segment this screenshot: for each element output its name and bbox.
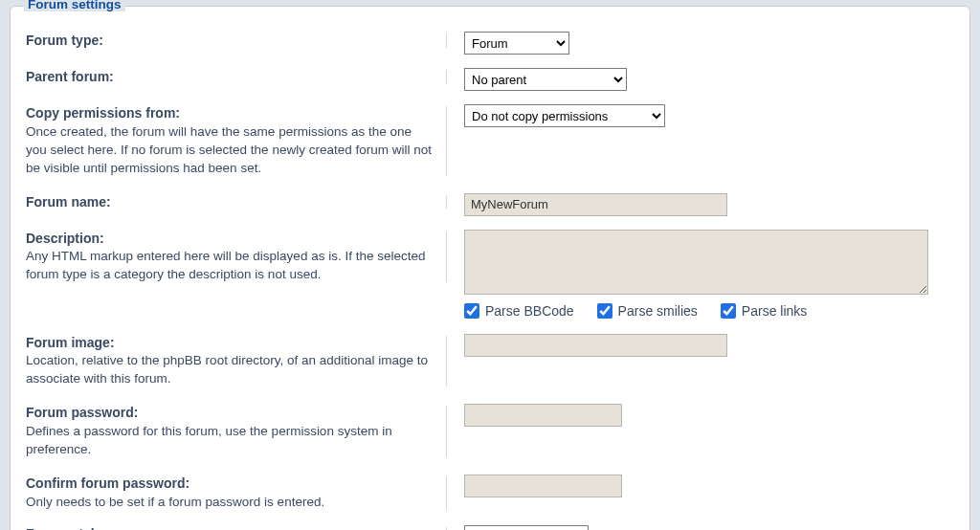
parse-links-option[interactable]: Parse links — [721, 303, 807, 319]
label-parent-forum: Parent forum: — [26, 68, 434, 86]
parent-forum-select[interactable]: No parent — [464, 68, 627, 91]
parse-smilies-checkbox[interactable] — [597, 303, 612, 319]
label-confirm-password: Confirm forum password: — [26, 475, 434, 493]
row-forum-type: Forum type: Forum — [26, 32, 954, 55]
confirm-password-input[interactable] — [464, 475, 622, 497]
forum-type-select[interactable]: Forum — [464, 32, 569, 55]
label-description: Description: — [26, 230, 434, 248]
label-forum-image: Forum image: — [26, 334, 434, 352]
help-confirm-password: Only needs to be set if a forum password… — [26, 494, 434, 512]
help-forum-image: Location, relative to the phpBB root dir… — [26, 352, 434, 388]
row-forum-name: Forum name: — [26, 193, 954, 216]
row-parent-forum: Parent forum: No parent — [26, 68, 954, 91]
parse-options: Parse BBCode Parse smilies Parse links — [464, 303, 954, 319]
row-description: Description: Any HTML markup entered her… — [26, 230, 954, 319]
forum-password-input[interactable] — [464, 404, 622, 427]
parse-bbcode-option[interactable]: Parse BBCode — [464, 303, 574, 319]
copy-permissions-select[interactable]: Do not copy permissions — [464, 104, 665, 127]
label-copy-permissions: Copy permissions from: — [26, 104, 434, 122]
parse-bbcode-label: Parse BBCode — [485, 303, 574, 319]
row-forum-style: Forum style: Default style — [26, 525, 954, 530]
row-confirm-password: Confirm forum password: Only needs to be… — [26, 475, 954, 512]
label-forum-name: Forum name: — [26, 193, 434, 211]
label-forum-password: Forum password: — [26, 404, 434, 422]
parse-links-checkbox[interactable] — [721, 303, 736, 319]
help-copy-permissions: Once created, the forum will have the sa… — [26, 123, 434, 178]
row-forum-password: Forum password: Defines a password for t… — [26, 404, 954, 459]
help-description: Any HTML markup entered here will be dis… — [26, 248, 434, 284]
label-forum-style: Forum style: — [26, 525, 434, 530]
forum-settings-panel: Forum settings Forum type: Forum Parent … — [10, 6, 970, 530]
forum-name-input[interactable] — [464, 193, 727, 216]
row-copy-permissions: Copy permissions from: Once created, the… — [26, 104, 954, 178]
parse-bbcode-checkbox[interactable] — [464, 303, 479, 319]
panel-legend: Forum settings — [24, 0, 125, 11]
parse-links-label: Parse links — [742, 303, 807, 319]
forum-style-select[interactable]: Default style — [464, 525, 589, 530]
label-forum-type: Forum type: — [26, 32, 434, 50]
parse-smilies-option[interactable]: Parse smilies — [597, 303, 698, 319]
description-textarea[interactable] — [464, 230, 928, 295]
parse-smilies-label: Parse smilies — [618, 303, 698, 319]
forum-image-input[interactable] — [464, 334, 727, 357]
row-forum-image: Forum image: Location, relative to the p… — [26, 334, 954, 389]
help-forum-password: Defines a password for this forum, use t… — [26, 423, 434, 459]
